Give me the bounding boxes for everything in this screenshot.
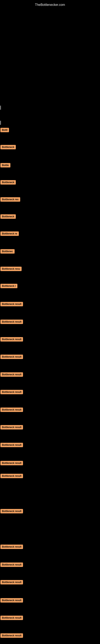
bottleneck-badge-16[interactable]: Bottleneck result [0,408,23,412]
bottleneck-badge-21[interactable]: Bottleneck result [0,509,23,514]
bottleneck-badge-0[interactable]: Bottl [0,128,9,132]
bottleneck-badge-18[interactable]: Bottleneck result [0,443,23,447]
bottleneck-badge-22[interactable]: Bottleneck result [0,544,23,549]
bottleneck-badge-17[interactable]: Bottleneck result [0,425,23,430]
bottleneck-badge-1[interactable]: Bottleneck [0,145,16,149]
bottleneck-badge-4[interactable]: Bottleneck res [0,197,20,202]
site-title: TheBottlenecker.com [35,1,65,9]
cursor-line-2 [0,121,1,125]
bottleneck-badge-26[interactable]: Bottleneck result [0,616,23,620]
bottleneck-badge-20[interactable]: Bottleneck result [0,474,23,478]
bottleneck-badge-3[interactable]: Bottleneck [0,180,16,184]
bottleneck-badge-23[interactable]: Bottleneck result [0,562,23,567]
bottleneck-badge-12[interactable]: Bottleneck result [0,337,23,342]
cursor-line-1 [0,106,1,110]
bottleneck-badge-15[interactable]: Bottleneck result [0,390,23,394]
bottleneck-badge-19[interactable]: Bottleneck result [0,461,23,465]
bottleneck-badge-13[interactable]: Bottleneck result [0,354,23,359]
bottleneck-badge-25[interactable]: Bottleneck result [0,598,23,602]
bottleneck-badge-9[interactable]: Bottleneck r [0,284,17,288]
bottleneck-badge-7[interactable]: Bottlenec [0,249,15,254]
bottleneck-badge-6[interactable]: Bottleneck re [0,232,19,236]
bottleneck-badge-14[interactable]: Bottleneck result [0,372,23,377]
bottleneck-badge-2[interactable]: Bottle [0,163,10,168]
bottleneck-badge-5[interactable]: Bottleneck [0,214,16,219]
bottleneck-badge-24[interactable]: Bottleneck result [0,580,23,584]
bottleneck-badge-11[interactable]: Bottleneck result [0,320,23,324]
bottleneck-badge-27[interactable]: Bottleneck result [0,633,23,638]
bottleneck-badge-10[interactable]: Bottleneck result [0,302,23,306]
bottleneck-badge-8[interactable]: Bottleneck resu [0,267,22,271]
